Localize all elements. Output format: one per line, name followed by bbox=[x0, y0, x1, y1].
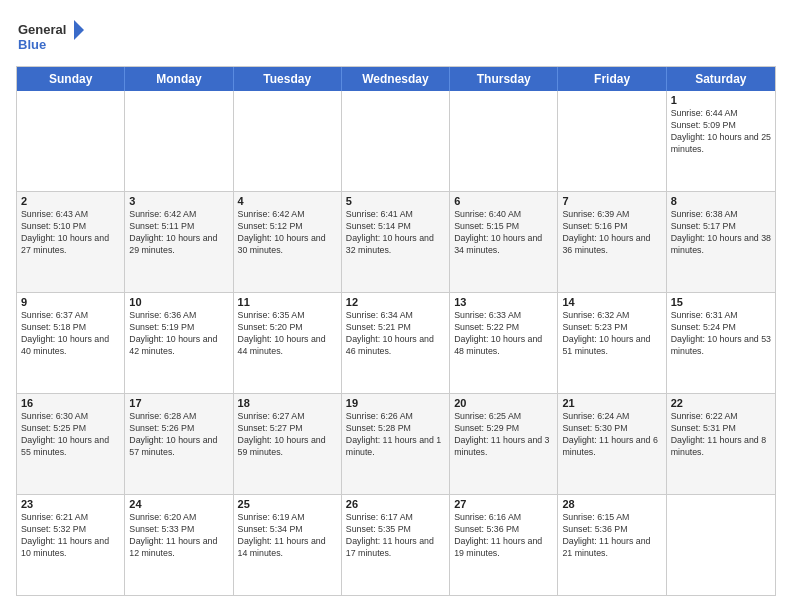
calendar-cell bbox=[342, 91, 450, 191]
cell-info-text: Sunrise: 6:35 AM Sunset: 5:20 PM Dayligh… bbox=[238, 310, 337, 358]
cell-info-text: Sunrise: 6:19 AM Sunset: 5:34 PM Dayligh… bbox=[238, 512, 337, 560]
calendar-cell: 28Sunrise: 6:15 AM Sunset: 5:36 PM Dayli… bbox=[558, 495, 666, 595]
calendar-cell: 26Sunrise: 6:17 AM Sunset: 5:35 PM Dayli… bbox=[342, 495, 450, 595]
calendar-cell bbox=[667, 495, 775, 595]
svg-marker-1 bbox=[74, 20, 84, 40]
cell-day-number: 27 bbox=[454, 498, 553, 510]
calendar-cell: 6Sunrise: 6:40 AM Sunset: 5:15 PM Daylig… bbox=[450, 192, 558, 292]
calendar-cell: 15Sunrise: 6:31 AM Sunset: 5:24 PM Dayli… bbox=[667, 293, 775, 393]
cell-info-text: Sunrise: 6:42 AM Sunset: 5:12 PM Dayligh… bbox=[238, 209, 337, 257]
cell-info-text: Sunrise: 6:24 AM Sunset: 5:30 PM Dayligh… bbox=[562, 411, 661, 459]
calendar-cell bbox=[234, 91, 342, 191]
calendar-cell: 1Sunrise: 6:44 AM Sunset: 5:09 PM Daylig… bbox=[667, 91, 775, 191]
cell-info-text: Sunrise: 6:30 AM Sunset: 5:25 PM Dayligh… bbox=[21, 411, 120, 459]
cell-info-text: Sunrise: 6:26 AM Sunset: 5:28 PM Dayligh… bbox=[346, 411, 445, 459]
calendar-cell bbox=[17, 91, 125, 191]
calendar-cell: 9Sunrise: 6:37 AM Sunset: 5:18 PM Daylig… bbox=[17, 293, 125, 393]
calendar-header: SundayMondayTuesdayWednesdayThursdayFrid… bbox=[17, 67, 775, 91]
cell-info-text: Sunrise: 6:38 AM Sunset: 5:17 PM Dayligh… bbox=[671, 209, 771, 257]
calendar-cell: 17Sunrise: 6:28 AM Sunset: 5:26 PM Dayli… bbox=[125, 394, 233, 494]
calendar-header-day: Thursday bbox=[450, 67, 558, 91]
logo-svg: General Blue bbox=[16, 16, 86, 56]
cell-day-number: 20 bbox=[454, 397, 553, 409]
logo: General Blue bbox=[16, 16, 86, 56]
calendar-cell: 18Sunrise: 6:27 AM Sunset: 5:27 PM Dayli… bbox=[234, 394, 342, 494]
cell-info-text: Sunrise: 6:33 AM Sunset: 5:22 PM Dayligh… bbox=[454, 310, 553, 358]
calendar-cell: 13Sunrise: 6:33 AM Sunset: 5:22 PM Dayli… bbox=[450, 293, 558, 393]
calendar-row: 2Sunrise: 6:43 AM Sunset: 5:10 PM Daylig… bbox=[17, 191, 775, 292]
cell-info-text: Sunrise: 6:40 AM Sunset: 5:15 PM Dayligh… bbox=[454, 209, 553, 257]
cell-day-number: 24 bbox=[129, 498, 228, 510]
cell-info-text: Sunrise: 6:31 AM Sunset: 5:24 PM Dayligh… bbox=[671, 310, 771, 358]
calendar-cell bbox=[125, 91, 233, 191]
cell-info-text: Sunrise: 6:39 AM Sunset: 5:16 PM Dayligh… bbox=[562, 209, 661, 257]
cell-info-text: Sunrise: 6:21 AM Sunset: 5:32 PM Dayligh… bbox=[21, 512, 120, 560]
cell-day-number: 7 bbox=[562, 195, 661, 207]
cell-day-number: 19 bbox=[346, 397, 445, 409]
calendar-row: 1Sunrise: 6:44 AM Sunset: 5:09 PM Daylig… bbox=[17, 91, 775, 191]
calendar-cell: 5Sunrise: 6:41 AM Sunset: 5:14 PM Daylig… bbox=[342, 192, 450, 292]
calendar: SundayMondayTuesdayWednesdayThursdayFrid… bbox=[16, 66, 776, 596]
svg-text:General: General bbox=[18, 22, 66, 37]
calendar-cell: 21Sunrise: 6:24 AM Sunset: 5:30 PM Dayli… bbox=[558, 394, 666, 494]
cell-day-number: 17 bbox=[129, 397, 228, 409]
calendar-cell: 2Sunrise: 6:43 AM Sunset: 5:10 PM Daylig… bbox=[17, 192, 125, 292]
calendar-cell: 27Sunrise: 6:16 AM Sunset: 5:36 PM Dayli… bbox=[450, 495, 558, 595]
calendar-cell: 20Sunrise: 6:25 AM Sunset: 5:29 PM Dayli… bbox=[450, 394, 558, 494]
cell-day-number: 1 bbox=[671, 94, 771, 106]
svg-text:Blue: Blue bbox=[18, 37, 46, 52]
cell-info-text: Sunrise: 6:43 AM Sunset: 5:10 PM Dayligh… bbox=[21, 209, 120, 257]
cell-info-text: Sunrise: 6:20 AM Sunset: 5:33 PM Dayligh… bbox=[129, 512, 228, 560]
calendar-cell: 11Sunrise: 6:35 AM Sunset: 5:20 PM Dayli… bbox=[234, 293, 342, 393]
cell-day-number: 10 bbox=[129, 296, 228, 308]
header: General Blue bbox=[16, 16, 776, 56]
calendar-row: 9Sunrise: 6:37 AM Sunset: 5:18 PM Daylig… bbox=[17, 292, 775, 393]
calendar-cell: 22Sunrise: 6:22 AM Sunset: 5:31 PM Dayli… bbox=[667, 394, 775, 494]
cell-day-number: 18 bbox=[238, 397, 337, 409]
calendar-row: 16Sunrise: 6:30 AM Sunset: 5:25 PM Dayli… bbox=[17, 393, 775, 494]
calendar-header-day: Monday bbox=[125, 67, 233, 91]
cell-day-number: 4 bbox=[238, 195, 337, 207]
page: General Blue SundayMondayTuesdayWednesda… bbox=[0, 0, 792, 612]
cell-info-text: Sunrise: 6:44 AM Sunset: 5:09 PM Dayligh… bbox=[671, 108, 771, 156]
calendar-cell: 24Sunrise: 6:20 AM Sunset: 5:33 PM Dayli… bbox=[125, 495, 233, 595]
calendar-cell: 23Sunrise: 6:21 AM Sunset: 5:32 PM Dayli… bbox=[17, 495, 125, 595]
cell-info-text: Sunrise: 6:42 AM Sunset: 5:11 PM Dayligh… bbox=[129, 209, 228, 257]
calendar-header-day: Saturday bbox=[667, 67, 775, 91]
cell-info-text: Sunrise: 6:16 AM Sunset: 5:36 PM Dayligh… bbox=[454, 512, 553, 560]
calendar-cell: 3Sunrise: 6:42 AM Sunset: 5:11 PM Daylig… bbox=[125, 192, 233, 292]
calendar-cell: 25Sunrise: 6:19 AM Sunset: 5:34 PM Dayli… bbox=[234, 495, 342, 595]
cell-day-number: 16 bbox=[21, 397, 120, 409]
calendar-header-day: Friday bbox=[558, 67, 666, 91]
calendar-cell: 19Sunrise: 6:26 AM Sunset: 5:28 PM Dayli… bbox=[342, 394, 450, 494]
cell-day-number: 3 bbox=[129, 195, 228, 207]
cell-day-number: 26 bbox=[346, 498, 445, 510]
cell-day-number: 15 bbox=[671, 296, 771, 308]
cell-day-number: 2 bbox=[21, 195, 120, 207]
calendar-cell: 12Sunrise: 6:34 AM Sunset: 5:21 PM Dayli… bbox=[342, 293, 450, 393]
calendar-body: 1Sunrise: 6:44 AM Sunset: 5:09 PM Daylig… bbox=[17, 91, 775, 595]
cell-day-number: 21 bbox=[562, 397, 661, 409]
cell-day-number: 8 bbox=[671, 195, 771, 207]
cell-day-number: 28 bbox=[562, 498, 661, 510]
cell-day-number: 11 bbox=[238, 296, 337, 308]
cell-info-text: Sunrise: 6:25 AM Sunset: 5:29 PM Dayligh… bbox=[454, 411, 553, 459]
cell-info-text: Sunrise: 6:37 AM Sunset: 5:18 PM Dayligh… bbox=[21, 310, 120, 358]
calendar-cell: 4Sunrise: 6:42 AM Sunset: 5:12 PM Daylig… bbox=[234, 192, 342, 292]
cell-info-text: Sunrise: 6:17 AM Sunset: 5:35 PM Dayligh… bbox=[346, 512, 445, 560]
calendar-cell bbox=[558, 91, 666, 191]
calendar-cell: 8Sunrise: 6:38 AM Sunset: 5:17 PM Daylig… bbox=[667, 192, 775, 292]
cell-info-text: Sunrise: 6:34 AM Sunset: 5:21 PM Dayligh… bbox=[346, 310, 445, 358]
calendar-header-day: Wednesday bbox=[342, 67, 450, 91]
cell-day-number: 12 bbox=[346, 296, 445, 308]
calendar-header-day: Tuesday bbox=[234, 67, 342, 91]
calendar-cell: 10Sunrise: 6:36 AM Sunset: 5:19 PM Dayli… bbox=[125, 293, 233, 393]
cell-info-text: Sunrise: 6:32 AM Sunset: 5:23 PM Dayligh… bbox=[562, 310, 661, 358]
calendar-cell: 7Sunrise: 6:39 AM Sunset: 5:16 PM Daylig… bbox=[558, 192, 666, 292]
cell-info-text: Sunrise: 6:41 AM Sunset: 5:14 PM Dayligh… bbox=[346, 209, 445, 257]
calendar-row: 23Sunrise: 6:21 AM Sunset: 5:32 PM Dayli… bbox=[17, 494, 775, 595]
calendar-header-day: Sunday bbox=[17, 67, 125, 91]
cell-info-text: Sunrise: 6:15 AM Sunset: 5:36 PM Dayligh… bbox=[562, 512, 661, 560]
cell-day-number: 25 bbox=[238, 498, 337, 510]
cell-day-number: 9 bbox=[21, 296, 120, 308]
